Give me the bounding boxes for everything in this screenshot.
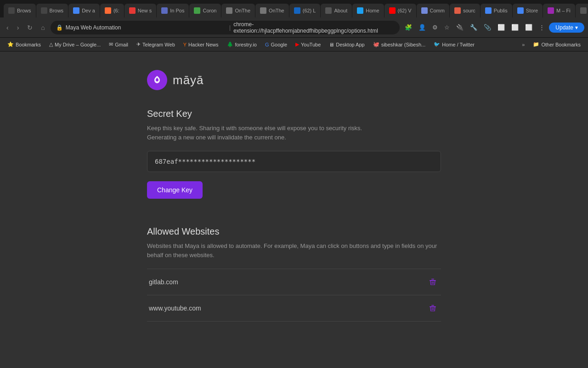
tab-t7[interactable]: Coron: [189, 4, 221, 17]
tab-t17[interactable]: Store: [513, 4, 543, 17]
bookmark-twitter[interactable]: 🐦 Home / Twitter: [430, 40, 478, 49]
address-separator: |: [229, 24, 231, 31]
secret-key-input[interactable]: [147, 151, 441, 172]
google-icon: G: [265, 42, 269, 47]
website-domain-gitlab: gitlab.com: [149, 278, 178, 286]
tab-favicon-t16: [485, 7, 492, 14]
bookmark-label: YouTube: [301, 42, 321, 47]
toolbar-icons: 🧩 👤 ⚙ ☆ 🔌 🔧 📎 ⬜ ⬜ ⬜ ⋮ Update ▾: [402, 22, 584, 33]
tab-label-t11: About: [334, 8, 347, 13]
tab-label-t15: sourc: [463, 8, 475, 13]
forward-button[interactable]: ›: [14, 22, 22, 33]
tab-label-t18: M – Fi: [556, 8, 571, 13]
bookmark-button[interactable]: ☆: [442, 22, 452, 33]
more-extensions-button[interactable]: ⋮: [537, 22, 547, 33]
profile-button[interactable]: 👤: [416, 22, 428, 33]
tab-label-t13: (62) V: [398, 8, 412, 13]
bookmark-label: Google: [271, 42, 287, 47]
tab-label-t4: (6:: [113, 8, 119, 13]
address-input-wrap[interactable]: 🔒 Maya Web Automation | chrome-extension…: [51, 21, 400, 34]
tab-t10[interactable]: (62) L: [289, 4, 321, 17]
tab-t19[interactable]: New Tab: [576, 4, 588, 17]
tab-bar: Brows Brows Dev a (6: New s In Pos Coron: [0, 0, 588, 17]
extension-extra3[interactable]: ⬜: [495, 22, 507, 33]
tab-label-t12: Home: [366, 8, 379, 13]
bookmark-youtube[interactable]: ▶ YouTube: [292, 40, 324, 49]
update-button[interactable]: Update ▾: [549, 23, 584, 33]
bookmark-label: forestry.io: [235, 42, 257, 47]
bookmark-hackernews[interactable]: Y Hacker News: [180, 40, 222, 49]
bookmark-telegram[interactable]: ✈ Telegram Web: [133, 40, 179, 49]
extensions-button[interactable]: 🧩: [402, 22, 414, 33]
desktop-icon: 🖥: [329, 42, 334, 47]
update-label: Update: [555, 24, 573, 31]
svg-rect-6: [431, 305, 434, 306]
secret-key-section: Secret Key Keep this key safe. Sharing i…: [147, 109, 441, 222]
home-button[interactable]: ⌂: [38, 22, 47, 33]
back-button[interactable]: ‹: [4, 22, 11, 33]
tab-t6[interactable]: In Pos: [157, 4, 189, 17]
url-text: chrome-extension://hjlacpffehomjabnedfhi…: [233, 21, 394, 34]
star-icon: ⭐: [7, 41, 14, 47]
bookmark-desktop[interactable]: 🖥 Desktop App: [325, 40, 368, 49]
reload-button[interactable]: ↻: [24, 22, 35, 33]
tab-t9[interactable]: OnThe: [255, 4, 289, 17]
page-content: māyā Secret Key Keep this key safe. Shar…: [0, 52, 588, 368]
trash-icon: [428, 277, 437, 287]
tab-favicon-t9: [260, 7, 266, 14]
tab-label-t10: (62) L: [303, 8, 316, 13]
bookmark-bookmarks[interactable]: ⭐ Bookmarks: [4, 40, 45, 49]
tab-favicon-t13: [389, 7, 396, 14]
tab-t12[interactable]: Home: [352, 4, 384, 17]
extension-extra2[interactable]: 📎: [481, 22, 493, 33]
tab-t2[interactable]: Brows: [36, 4, 68, 17]
tab-label-t6: In Pos: [170, 8, 184, 13]
bookmark-label: Bookmarks: [16, 42, 41, 47]
tab-t14[interactable]: Comm: [417, 4, 449, 17]
tab-favicon-t3: [73, 7, 79, 14]
bookmark-github[interactable]: 🐙 sibeshkar (Sibesh...: [369, 40, 430, 49]
telegram-icon: ✈: [136, 41, 141, 47]
extension-extra5[interactable]: ⬜: [523, 22, 535, 33]
tab-t15[interactable]: sourc: [450, 4, 480, 17]
bookmark-drive[interactable]: △ My Drive – Google...: [45, 40, 104, 49]
change-key-button[interactable]: Change Key: [147, 181, 203, 199]
tab-t4[interactable]: (6:: [100, 4, 124, 17]
tab-favicon-t6: [161, 7, 168, 14]
other-bookmarks[interactable]: 📁 Other Bookmarks: [529, 40, 584, 49]
gmail-icon: ✉: [109, 41, 113, 47]
tab-t8[interactable]: OnThe: [221, 4, 255, 17]
tab-t11[interactable]: About: [321, 4, 352, 17]
tab-label-t8: OnThe: [235, 8, 250, 13]
secret-key-title: Secret Key: [147, 109, 441, 119]
delete-youtube-button[interactable]: [426, 302, 439, 315]
tab-t5[interactable]: New s: [124, 4, 157, 17]
tab-favicon-t12: [357, 7, 363, 14]
allowed-websites-section: Allowed Websites Websites that Maya is a…: [147, 226, 441, 322]
forestry-icon: 🌲: [227, 41, 233, 47]
bookmark-label: Home / Twitter: [442, 42, 475, 47]
bookmark-forestry[interactable]: 🌲 forestry.io: [223, 40, 260, 49]
tab-t18[interactable]: M – Fi: [543, 4, 575, 17]
tab-label-t7: Coron: [203, 8, 216, 13]
tab-t16[interactable]: Publis: [481, 4, 512, 17]
tab-favicon-t8: [226, 7, 232, 14]
tab-t1[interactable]: Brows: [4, 4, 36, 17]
tab-favicon-t2: [41, 7, 47, 14]
bookmark-google[interactable]: G Google: [261, 40, 291, 49]
bookmark-label: My Drive – Google...: [55, 42, 101, 47]
bookmark-more-button[interactable]: »: [519, 40, 527, 49]
tab-favicon-t7: [194, 7, 200, 14]
tab-t13[interactable]: (62) V: [384, 4, 416, 17]
extension-maya[interactable]: 🔌: [454, 22, 466, 33]
tab-t3[interactable]: Dev a: [68, 4, 100, 17]
youtube-icon: ▶: [295, 41, 299, 47]
trash-icon: [428, 304, 437, 313]
maya-logo-icon: [147, 70, 167, 90]
twitter-icon: 🐦: [434, 41, 440, 47]
bookmark-gmail[interactable]: ✉ Gmail: [105, 40, 132, 49]
extension-extra1[interactable]: 🔧: [468, 22, 480, 33]
settings-button[interactable]: ⚙: [430, 22, 440, 33]
extension-extra4[interactable]: ⬜: [509, 22, 521, 33]
delete-gitlab-button[interactable]: [426, 276, 439, 288]
